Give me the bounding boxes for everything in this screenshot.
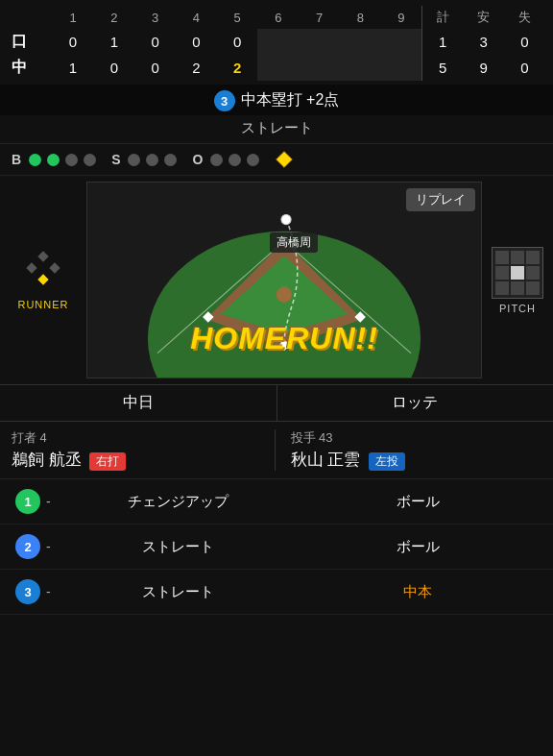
team1-inn4: 0 <box>176 29 217 55</box>
event-badge: 3 <box>214 90 235 111</box>
batter-role: 打者 4 <box>12 429 263 447</box>
team2-inn7 <box>299 55 340 81</box>
pitch-result-1: ボール <box>298 493 538 511</box>
pitch-cell-2-2 <box>526 281 540 295</box>
team1-errors: 0 <box>504 29 545 55</box>
team2-symbol: 中 <box>8 55 53 81</box>
team1-inn9 <box>381 29 422 55</box>
s-dot-3 <box>164 154 177 166</box>
pitcher-name: 秋山 正雲 左投 <box>291 449 542 471</box>
team2-inn4: 2 <box>176 55 217 81</box>
pitcher-role: 投手 43 <box>291 429 542 447</box>
batter-name: 鵜飼 航丞 右打 <box>12 449 263 471</box>
pitch-num-1: 1 <box>15 489 40 514</box>
team1-inn3: 0 <box>134 29 176 55</box>
pitcher-badge: 左投 <box>369 452 405 471</box>
pitch-cell-1-2 <box>526 266 540 280</box>
team1-inn2: 1 <box>93 29 134 55</box>
pitch-num-2: 2 <box>15 534 40 559</box>
s-dot-2 <box>146 154 158 166</box>
team1-inn8 <box>340 29 381 55</box>
pitch-grid <box>492 247 543 299</box>
pitch-dash-1: - <box>46 494 51 509</box>
inning-4: 4 <box>176 6 217 29</box>
team-section: 中日 ロッテ <box>0 384 553 422</box>
pitch-num-3: 3 <box>15 579 40 604</box>
team1-total: 1 <box>422 29 464 55</box>
svg-rect-2 <box>49 262 60 273</box>
batter-col: 打者 4 鵜飼 航丞 右打 <box>12 429 276 471</box>
pitch-cell-0-2 <box>526 251 540 264</box>
event-text: 中本塁打 +2点 <box>241 91 340 108</box>
total-header: 計 <box>422 6 464 29</box>
team-left: 中日 <box>0 385 277 421</box>
b-dot-3 <box>65 154 78 166</box>
homerun-text: HOMERUN!! <box>190 321 378 356</box>
b-dot-1 <box>29 154 41 166</box>
pitch-dash-3: - <box>46 584 51 599</box>
team1-inn6 <box>257 29 299 55</box>
field-canvas: 高橋周 リプレイ HOMERUN!! <box>86 182 482 378</box>
diamond-icon <box>275 150 294 169</box>
pitch-cell-1-1 <box>511 266 524 280</box>
pitch-cell-0-0 <box>495 251 509 264</box>
team1-inn1: 0 <box>53 29 94 55</box>
inning-9: 9 <box>381 6 422 29</box>
svg-point-15 <box>276 287 292 303</box>
pitch-cell-0-1 <box>511 251 524 264</box>
team2-inn9 <box>381 55 422 81</box>
inning-5: 5 <box>217 6 258 29</box>
player-section: 打者 4 鵜飼 航丞 右打 投手 43 秋山 正雲 左投 <box>0 422 553 479</box>
inning-6: 6 <box>257 6 299 29</box>
b-dot-4 <box>84 154 96 166</box>
inning-3: 3 <box>134 6 176 29</box>
team1-symbol: 口 <box>8 29 53 55</box>
pitcher-col: 投手 43 秋山 正雲 左投 <box>276 429 542 471</box>
o-dot-3 <box>247 154 259 166</box>
pitch-result-3: 中本 <box>298 583 538 601</box>
team1-inn7 <box>299 29 340 55</box>
batter-badge: 右打 <box>89 452 126 471</box>
o-dot-1 <box>210 154 223 166</box>
svg-rect-4 <box>37 274 48 284</box>
team1-hits: 3 <box>463 29 504 55</box>
pitch-type-3: ストレート <box>59 583 299 601</box>
pitch-cell-1-0 <box>495 266 509 280</box>
inning-7: 7 <box>299 6 340 29</box>
team2-inn1: 1 <box>53 55 94 81</box>
team2-row: 中 1 0 0 2 2 5 9 0 <box>8 55 545 81</box>
s-dot-1 <box>128 154 140 166</box>
team2-inn3: 0 <box>134 55 176 81</box>
team2-inn6 <box>257 55 299 81</box>
team1-inn5: 0 <box>217 29 258 55</box>
pitch-log-row-2: 2 - ストレート ボール <box>0 524 553 570</box>
player-tag: 高橋周 <box>270 232 318 253</box>
hits-header: 安 <box>463 6 504 29</box>
runner-diamond-svg <box>22 251 64 293</box>
team2-total: 5 <box>422 55 464 81</box>
field-section: RUNNER <box>0 176 553 384</box>
banner-pitch: ストレート <box>0 115 553 143</box>
inning-8: 8 <box>340 6 381 29</box>
pitch-cell-2-0 <box>495 281 509 295</box>
team2-errors: 0 <box>504 55 545 81</box>
team2-hits: 9 <box>463 55 504 81</box>
pitch-cell-2-1 <box>511 281 524 295</box>
team2-inn5: 2 <box>217 55 258 81</box>
pitch-log: 1 - チェンジアップ ボール 2 - ストレート ボール 3 - ストレート … <box>0 479 553 622</box>
innings-header: 1 2 3 4 5 6 7 8 9 計 安 失 <box>8 6 545 29</box>
team2-inn2: 0 <box>93 55 134 81</box>
banner-event: 3中本塁打 +2点 <box>0 85 553 115</box>
o-dot-2 <box>228 154 241 166</box>
pitch-label: ストレート <box>241 119 313 135</box>
pitch-type-1: チェンジアップ <box>59 493 299 511</box>
replay-button[interactable]: リプレイ <box>406 188 475 211</box>
team-right: ロッテ <box>277 385 554 421</box>
pitch-dash-2: - <box>46 539 51 554</box>
pitch-result-2: ボール <box>298 538 538 556</box>
o-label: O <box>192 152 203 167</box>
pitch-log-row-1: 1 - チェンジアップ ボール <box>0 479 553 524</box>
runner-panel: RUNNER <box>0 182 86 378</box>
svg-point-16 <box>281 214 291 224</box>
svg-rect-1 <box>37 251 48 261</box>
